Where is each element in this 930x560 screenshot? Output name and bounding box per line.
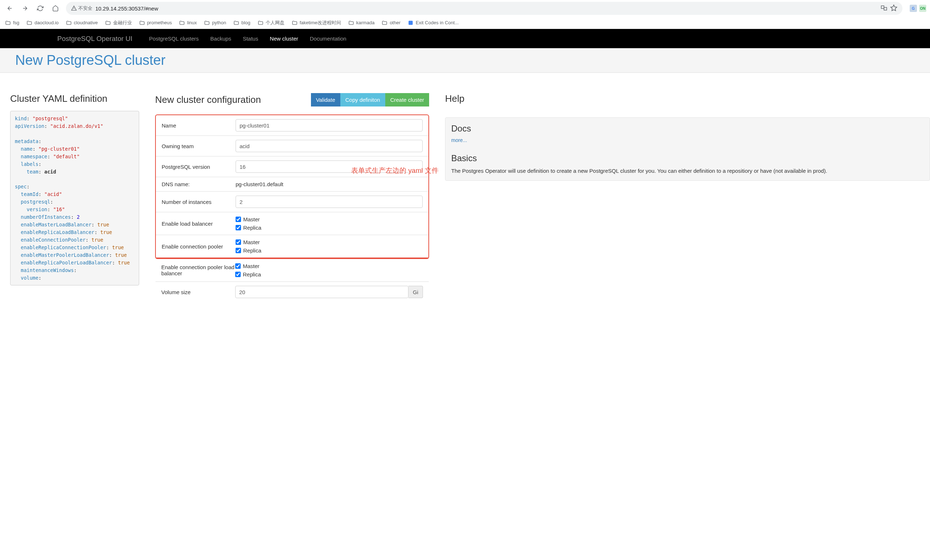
pooler-label: Enable connection pooler — [162, 243, 236, 250]
page-heading-bar: New PostgreSQL cluster — [0, 48, 930, 73]
help-title: Help — [445, 93, 930, 104]
volume-input[interactable] — [235, 286, 408, 298]
bookmark-item[interactable]: prometheus — [138, 19, 174, 26]
pgversion-label: PostgreSQL version — [162, 164, 236, 170]
basics-text: The Postgres Operator will use definitio… — [451, 167, 924, 175]
forward-button[interactable] — [19, 2, 31, 14]
bookmark-item[interactable]: fsg — [4, 19, 21, 26]
pooler-master-checkbox[interactable] — [236, 239, 241, 245]
pooler-lb-master-checkbox[interactable] — [235, 263, 241, 269]
url-bar[interactable]: 不安全 10.29.14.255:30537/#new — [66, 2, 902, 15]
config-form: 表单式生产左边的 yaml 文件 Name Owning team acid P… — [155, 115, 429, 259]
bookmark-item[interactable]: karmada — [347, 19, 376, 26]
reload-button[interactable] — [34, 2, 46, 14]
help-column: Help Docs more... Basics The Postgres Op… — [445, 93, 930, 302]
pooler-lb-label: Enable connection pooler load balancer — [161, 264, 235, 276]
svg-rect-3 — [409, 21, 413, 25]
svg-rect-0 — [881, 6, 884, 9]
nav-tab-clusters[interactable]: PostgreSQL clusters — [143, 29, 205, 48]
team-label: Owning team — [162, 143, 236, 149]
create-cluster-button[interactable]: Create cluster — [385, 93, 429, 106]
yaml-definition[interactable]: kind: "postgresql" apiVersion: "acid.zal… — [10, 111, 139, 285]
home-button[interactable] — [49, 2, 62, 14]
docs-more-link[interactable]: more... — [451, 137, 467, 143]
team-select[interactable]: acid — [236, 140, 423, 152]
lb-label: Enable load balancer — [162, 221, 236, 227]
back-button[interactable] — [4, 2, 16, 14]
instances-label: Number of instances — [162, 199, 236, 205]
annotation-text: 表单式生产左边的 yaml 文件 — [351, 166, 439, 175]
volume-label: Volume size — [161, 289, 235, 295]
bookmark-item[interactable]: daocloud.io — [25, 19, 60, 26]
page-title: New PostgreSQL cluster — [15, 52, 930, 68]
app-brand[interactable]: PostgreSQL Operator UI — [57, 35, 132, 43]
bookmark-item[interactable]: cloudnative — [65, 19, 99, 26]
docs-title: Docs — [451, 124, 924, 133]
pooler-lb-replica-checkbox[interactable] — [235, 272, 241, 277]
bookmark-item[interactable]: Exit Codes in Cont... — [406, 19, 460, 26]
security-warning: 不安全 — [71, 5, 92, 12]
bookmark-item[interactable]: 个人网盘 — [256, 19, 286, 27]
bookmark-item[interactable]: 金融行业 — [104, 19, 133, 27]
name-label: Name — [162, 123, 236, 129]
bookmark-item[interactable]: other — [380, 19, 402, 26]
nav-tab-documentation[interactable]: Documentation — [304, 29, 352, 48]
lb-replica-checkbox[interactable] — [236, 225, 241, 230]
bookmark-item[interactable]: faketime改进程时间 — [290, 19, 342, 27]
svg-marker-2 — [891, 5, 897, 11]
name-input[interactable] — [236, 119, 423, 132]
dns-label: DNS name: — [162, 181, 236, 187]
star-icon[interactable] — [890, 5, 898, 13]
yaml-section-title: Cluster YAML definition — [10, 93, 139, 104]
copy-definition-button[interactable]: Copy definiton — [340, 93, 385, 106]
bookmark-item[interactable]: blog — [232, 19, 252, 26]
help-box: Docs more... Basics The Postgres Operato… — [445, 117, 930, 181]
nav-tab-backups[interactable]: Backups — [205, 29, 237, 48]
bookmark-item[interactable]: linux — [178, 19, 198, 26]
config-title: New cluster configuration — [155, 94, 261, 106]
pooler-replica-checkbox[interactable] — [236, 248, 241, 253]
config-column: New cluster configuration Validate Copy … — [155, 93, 429, 302]
security-label: 不安全 — [78, 5, 92, 12]
instances-input[interactable] — [236, 196, 423, 208]
svg-rect-1 — [884, 7, 887, 10]
dns-value: pg-cluster01.default — [236, 181, 283, 187]
lb-master-checkbox[interactable] — [236, 216, 241, 222]
bookmarks-bar: fsg daocloud.io cloudnative 金融行业 prometh… — [0, 17, 930, 29]
extension-icons: G ON — [910, 5, 926, 12]
nav-tab-status[interactable]: Status — [237, 29, 264, 48]
action-buttons: Validate Copy definiton Create cluster — [311, 93, 429, 106]
basics-title: Basics — [451, 153, 924, 163]
validate-button[interactable]: Validate — [311, 93, 340, 106]
url-text: 10.29.14.255:30537/#new — [95, 5, 159, 12]
volume-unit: Gi — [408, 286, 423, 298]
bookmark-item[interactable]: python — [203, 19, 228, 26]
app-nav: PostgreSQL Operator UI PostgreSQL cluste… — [0, 29, 930, 48]
nav-tab-new-cluster[interactable]: New cluster — [264, 29, 304, 48]
extension-icon[interactable]: ON — [919, 5, 926, 12]
translate-icon[interactable] — [881, 5, 887, 12]
browser-toolbar: 不安全 10.29.14.255:30537/#new G ON — [0, 0, 930, 17]
yaml-column: Cluster YAML definition kind: "postgresq… — [10, 93, 139, 302]
extension-icon[interactable]: G — [910, 5, 917, 12]
